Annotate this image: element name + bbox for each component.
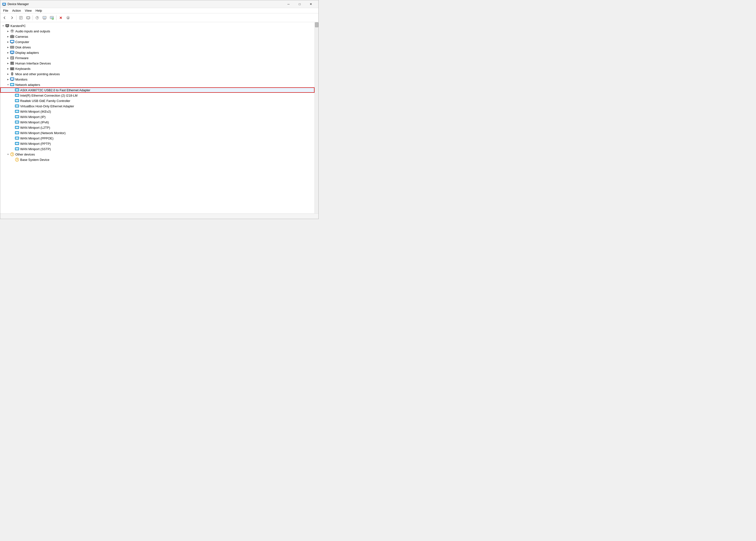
tree-item-9[interactable]: Monitors (0, 77, 315, 82)
tree-item-7[interactable]: Keyboards (0, 66, 315, 71)
svg-rect-9 (27, 17, 29, 19)
label-child-8: WAN Miniport (Network Monitor) (20, 131, 66, 135)
tree-item-11[interactable]: ? Other devices (0, 152, 315, 157)
title-bar: Device Manager ─ □ ✕ (0, 0, 318, 8)
svg-rect-27 (6, 25, 9, 26)
menu-action[interactable]: Action (10, 8, 23, 13)
label-child-1: Intel(R) Ethernet Connection (2) I218-LM (20, 94, 78, 97)
expand-7[interactable] (6, 67, 10, 71)
label-11: Other devices (15, 153, 35, 156)
device-tree[interactable]: KarstenPC Audio inputs and outputs Camer… (0, 22, 315, 214)
icon-display-4 (10, 50, 14, 55)
icon-network-2 (15, 99, 19, 103)
tree-item-2[interactable]: Computer (0, 39, 315, 45)
icon-disk-3 (10, 45, 14, 49)
icon-keyboard-7 (10, 66, 14, 71)
svg-rect-113 (16, 148, 19, 150)
expand-3[interactable] (6, 45, 10, 49)
svg-rect-104 (16, 132, 19, 134)
tree-item-child-10-4[interactable]: WAN Miniport (IKEv2) (0, 109, 315, 114)
forward-button[interactable] (9, 14, 15, 21)
label-child-9: WAN Miniport (PPPOE) (20, 137, 54, 140)
back-button[interactable] (1, 14, 8, 21)
tree-item-child-10-10[interactable]: WAN Miniport (PPTP) (0, 141, 315, 146)
update-driver-button[interactable] (25, 14, 32, 21)
expand-6[interactable] (6, 61, 10, 65)
svg-rect-92 (16, 111, 19, 112)
menu-file[interactable]: File (1, 8, 10, 13)
expand-root[interactable] (1, 24, 5, 28)
tree-item-root[interactable]: KarstenPC (0, 23, 315, 28)
tree-item-5[interactable]: Firmware (0, 55, 315, 61)
menu-help[interactable]: Help (34, 8, 44, 13)
add-legacy-button[interactable] (48, 14, 55, 21)
expand-11[interactable] (6, 152, 10, 156)
tree-item-6[interactable]: Human Interface Devices (0, 61, 315, 66)
expand-space-10-5 (11, 115, 15, 119)
label-6: Human Interface Devices (15, 62, 51, 65)
label-5: Firmware (15, 56, 28, 60)
svg-text:?: ? (16, 158, 18, 162)
tree-item-child-10-9[interactable]: WAN Miniport (PPPOE) (0, 136, 315, 141)
help-button[interactable]: ? (34, 14, 41, 21)
expand-0[interactable] (6, 29, 10, 33)
expand-9[interactable] (6, 77, 10, 81)
label-7: Keyboards (15, 67, 30, 71)
uninstall-button[interactable] (57, 14, 64, 21)
tree-item-0[interactable]: Audio inputs and outputs (0, 28, 315, 34)
icon-network-7 (15, 125, 19, 130)
label-root: KarstenPC (10, 24, 26, 28)
icon-mouse-8 (10, 72, 14, 76)
svg-rect-71 (12, 73, 13, 74)
tree-item-child-11-0[interactable]: ? Base System Device (0, 157, 315, 162)
tree-item-4[interactable]: Display adapters (0, 50, 315, 55)
icon-network-3 (15, 104, 19, 108)
tree-item-child-10-0[interactable]: ASIX AX88772C USB2.0 to Fast Ethernet Ad… (0, 87, 315, 93)
scan-button[interactable] (41, 14, 48, 21)
svg-rect-66 (12, 69, 13, 69)
expand-5[interactable] (6, 56, 10, 60)
toolbar-sep-1 (16, 15, 17, 20)
menu-view[interactable]: View (23, 8, 34, 13)
expand-1[interactable] (6, 35, 10, 38)
label-child-11: WAN Miniport (SSTP) (20, 147, 51, 151)
expand-10[interactable] (6, 83, 10, 87)
icon-hid-6 (10, 61, 14, 66)
scrollbar[interactable] (315, 22, 318, 214)
minimize-button[interactable]: ─ (283, 0, 294, 8)
expand-space-10-8 (11, 131, 15, 135)
expand-space-10-9 (11, 136, 15, 140)
svg-rect-73 (11, 78, 14, 80)
tree-item-child-10-7[interactable]: WAN Miniport (L2TP) (0, 125, 315, 130)
tree-item-child-10-1[interactable]: Intel(R) Ethernet Connection (2) I218-LM (0, 93, 315, 98)
close-button[interactable]: ✕ (305, 0, 317, 8)
tree-item-8[interactable]: Mice and other pointing devices (0, 71, 315, 77)
properties-button[interactable] (18, 14, 24, 21)
svg-rect-86 (16, 100, 19, 102)
tree-item-child-10-8[interactable]: WAN Miniport (Network Monitor) (0, 130, 315, 136)
svg-rect-3 (3, 6, 5, 6)
tree-item-child-10-2[interactable]: Realtek USB GbE Family Controller (0, 98, 315, 103)
icon-firmware-5 (10, 56, 14, 60)
tree-item-3[interactable]: Disk drives (0, 45, 315, 50)
tree-item-child-10-6[interactable]: WAN Miniport (IPv6) (0, 120, 315, 125)
label-child-3: VirtualBox Host-Only Ethernet Adapter (20, 104, 74, 108)
expand-8[interactable] (6, 72, 10, 76)
tree-item-1[interactable]: Cameras (0, 34, 315, 39)
expand-space-10-6 (11, 120, 15, 124)
icon-network-6 (15, 120, 19, 124)
expand-2[interactable] (6, 40, 10, 44)
tree-item-child-10-3[interactable]: VirtualBox Host-Only Ethernet Adapter (0, 103, 315, 109)
update-driver-software-button[interactable] (65, 14, 72, 21)
svg-rect-62 (12, 68, 13, 68)
svg-rect-107 (16, 137, 19, 139)
maximize-button[interactable]: □ (294, 0, 305, 8)
svg-rect-95 (16, 116, 19, 118)
main-content: KarstenPC Audio inputs and outputs Camer… (0, 22, 318, 214)
tree-item-child-10-5[interactable]: WAN Miniport (IP) (0, 114, 315, 120)
icon-network-0 (15, 88, 19, 92)
expand-4[interactable] (6, 51, 10, 55)
label-2: Computer (15, 40, 29, 44)
tree-item-10[interactable]: Network adapters (0, 82, 315, 87)
tree-item-child-10-11[interactable]: WAN Miniport (SSTP) (0, 146, 315, 152)
